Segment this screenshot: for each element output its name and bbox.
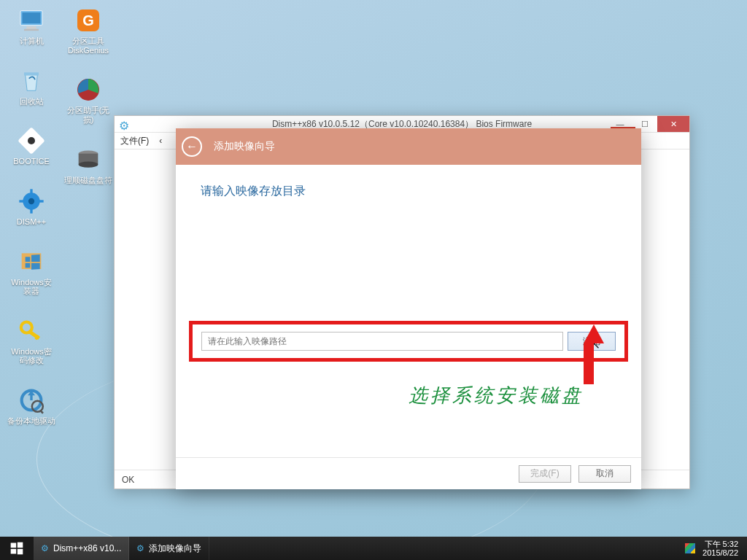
partition-helper-label: 分区助手(无 损) — [67, 106, 110, 124]
computer-icon[interactable]: 计算机 — [6, 6, 57, 46]
svg-rect-26 — [11, 543, 17, 548]
diskgenius-label: 分区工具 DiskGenius — [68, 36, 109, 55]
taskbar-item-dism[interactable]: ⚙ Dism++x86 v10... — [34, 537, 129, 560]
svg-point-8 — [28, 198, 34, 204]
wizard-title: 添加映像向导 — [214, 140, 275, 153]
clock-date: 2015/8/22 — [703, 548, 738, 557]
computer-label: 计算机 — [20, 36, 44, 46]
start-button[interactable] — [0, 537, 34, 560]
finish-button[interactable]: 完成(F) — [519, 465, 571, 483]
svg-rect-29 — [18, 549, 23, 555]
svg-text:G: G — [82, 12, 94, 28]
dismpp-label: DISM++ — [17, 217, 46, 227]
gear-icon: ⚙ — [119, 119, 129, 133]
bootice-label: BOOTICE — [13, 157, 50, 166]
back-button[interactable]: ← — [182, 136, 202, 157]
win-installer-label: Windows安 装器 — [11, 278, 52, 296]
dismpp-icon[interactable]: DISM++ — [6, 187, 57, 227]
svg-rect-12 — [39, 200, 44, 202]
close-button[interactable]: ✕ — [657, 116, 689, 132]
taskbar-item-wizard[interactable]: ⚙ 添加映像向导 — [129, 537, 209, 560]
tray-flag-icon — [685, 543, 695, 553]
svg-point-25 — [79, 161, 98, 167]
svg-rect-10 — [30, 209, 32, 214]
svg-rect-1 — [23, 12, 41, 23]
bootice-icon[interactable]: BOOTICE — [6, 126, 57, 166]
recycle-label: 回收站 — [20, 97, 44, 106]
backup-drv-icon[interactable]: 备份本地驱动 — [6, 386, 57, 426]
clock-time: 下午 5:32 — [705, 540, 738, 548]
svg-rect-3 — [24, 29, 39, 31]
image-path-input[interactable] — [201, 332, 563, 351]
add-image-wizard: ✕ ← 添加映像向导 请输入映像存放目录 浏览 ↖ 完成(F) 取消 — [176, 128, 641, 489]
highlight-box: 浏览 ↖ — [189, 321, 628, 362]
menu-file[interactable]: 文件(F) — [120, 135, 149, 147]
svg-rect-28 — [11, 549, 17, 554]
browse-button[interactable]: 浏览 ↖ — [568, 332, 616, 351]
cancel-button[interactable]: 取消 — [578, 465, 631, 483]
svg-rect-15 — [28, 330, 40, 340]
win-pwd-icon[interactable]: Windows密 码修改 — [6, 316, 57, 365]
svg-rect-27 — [18, 542, 23, 548]
diskgenius-icon[interactable]: G 分区工具 DiskGenius — [63, 6, 114, 55]
recycle-bin-icon[interactable]: 回收站 — [6, 66, 57, 106]
svg-rect-9 — [30, 189, 32, 194]
status-text: OK — [122, 475, 134, 485]
partition-helper-icon[interactable]: 分区助手(无 损) — [63, 75, 114, 124]
system-tray[interactable]: 下午 5:32 2015/8/22 — [676, 537, 747, 560]
svg-rect-11 — [19, 200, 24, 202]
taskbar: ⚙ Dism++x86 v10... ⚙ 添加映像向导 下午 5:32 2015… — [0, 537, 747, 560]
svg-rect-4 — [24, 72, 39, 75]
menu-more[interactable]: ‹ — [159, 136, 162, 146]
win-pwd-label: Windows密 码修改 — [11, 347, 52, 365]
backup-drv-label: 备份本地驱动 — [7, 416, 55, 426]
wizard-prompt: 请输入映像存放目录 — [201, 184, 616, 199]
disk-letter-label: 理顺磁盘盘符 — [64, 176, 112, 185]
svg-rect-2 — [26, 26, 36, 28]
win-installer-icon[interactable]: Windows安 装器 — [6, 247, 57, 296]
disk-letter-icon[interactable]: 理顺磁盘盘符 — [63, 145, 114, 185]
svg-point-6 — [28, 137, 35, 144]
